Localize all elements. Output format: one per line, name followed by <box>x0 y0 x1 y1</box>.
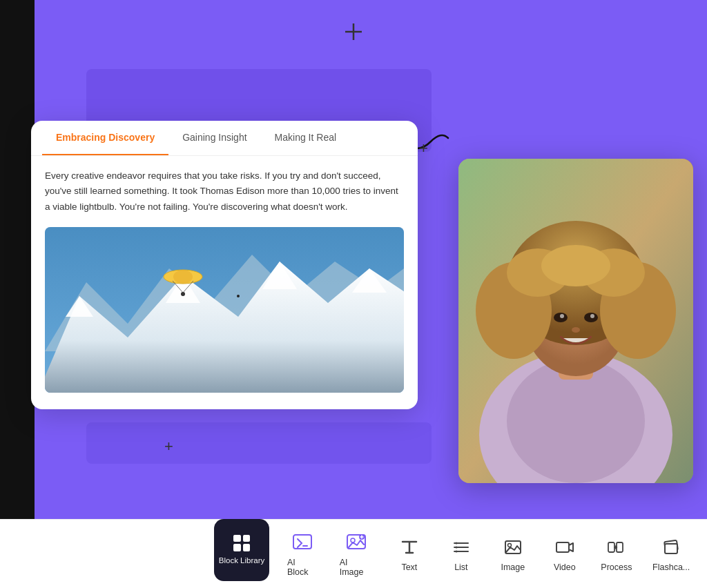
svg-point-30 <box>572 327 580 333</box>
toolbar-item-image[interactable]: Image <box>487 531 539 578</box>
card-paragraph: Every creative endeavor requires that yo… <box>45 168 404 215</box>
svg-rect-31 <box>293 535 311 549</box>
svg-rect-45 <box>556 542 569 552</box>
video-icon <box>554 536 576 558</box>
plus-top-icon: + <box>419 139 428 157</box>
tab-making-it-real[interactable]: Making It Real <box>261 121 350 155</box>
card-image <box>45 227 404 393</box>
list-icon <box>450 536 472 558</box>
svg-point-42 <box>455 550 457 552</box>
toolbar-item-text[interactable]: Text <box>383 531 435 578</box>
tab-embracing-discovery[interactable]: Embracing Discovery <box>42 121 168 155</box>
toolbar-item-ai-block[interactable]: AI Block <box>276 526 329 582</box>
process-label: Process <box>601 562 632 572</box>
ai-image-label: AI Image <box>340 558 373 577</box>
tabs-row: Embracing Discovery Gaining Insight Maki… <box>31 121 418 156</box>
flashcard-icon <box>660 536 682 558</box>
svg-point-40 <box>455 542 457 544</box>
list-label: List <box>454 562 467 572</box>
svg-point-29 <box>590 314 594 318</box>
svg-rect-46 <box>608 542 614 552</box>
svg-point-41 <box>455 546 457 548</box>
toolbar-item-process[interactable]: Process <box>590 531 642 578</box>
image-label: Image <box>501 562 525 572</box>
svg-rect-47 <box>617 542 623 552</box>
svg-rect-50 <box>665 544 677 553</box>
svg-point-25 <box>541 245 610 286</box>
toolbar-item-ai-image[interactable]: AI Image <box>329 526 384 582</box>
ai-image-icon <box>345 531 367 553</box>
grid-icon <box>233 535 250 551</box>
text-icon <box>398 536 420 558</box>
toolbar-item-video[interactable]: Video <box>539 531 590 578</box>
svg-point-14 <box>237 295 240 297</box>
text-label: Text <box>401 562 417 572</box>
card-body: Every creative endeavor requires that yo… <box>31 156 418 409</box>
toolbar-item-list[interactable]: List <box>435 531 487 578</box>
bottom-toolbar: AI Block AI Image <box>0 519 707 588</box>
image-icon <box>502 536 524 558</box>
svg-point-13 <box>181 292 185 296</box>
block-library-label: Block Library <box>219 556 264 566</box>
ai-block-icon <box>291 531 313 553</box>
tab-gaining-insight[interactable]: Gaining Insight <box>168 121 260 155</box>
ai-block-label: AI Block <box>287 558 318 577</box>
svg-point-44 <box>507 543 511 547</box>
svg-point-28 <box>560 314 564 318</box>
main-content: + + Embracing Discovery Gaining Insight … <box>0 0 707 588</box>
content-card: Embracing Discovery Gaining Insight Maki… <box>31 121 418 409</box>
plus-bottom-icon: + <box>164 438 173 455</box>
process-icon <box>606 536 628 558</box>
block-library-button[interactable]: Block Library <box>214 519 269 581</box>
video-label: Video <box>554 562 576 572</box>
woman-photo <box>458 159 693 483</box>
cursor-icon <box>342 21 365 47</box>
flashcard-label: Flashca... <box>652 562 690 572</box>
toolbar-item-flashcard[interactable]: Flashca... <box>642 531 700 578</box>
svg-point-10 <box>173 270 193 284</box>
